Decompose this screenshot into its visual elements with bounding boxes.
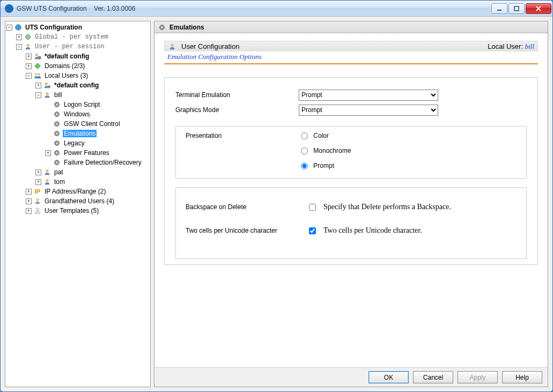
radio-monochrome[interactable]: Monochrome — [301, 147, 351, 154]
minimize-button[interactable] — [491, 3, 507, 14]
tree-node-label: GSW Client Control — [63, 120, 121, 128]
tree-failure-detection[interactable]: Failure Detection/Recovery — [45, 158, 149, 167]
globe-icon — [24, 33, 32, 41]
tree-user[interactable]: − User - per session — [16, 42, 149, 51]
tree-node-label: Global - per system — [34, 33, 109, 41]
expander-icon[interactable]: + — [26, 63, 32, 69]
close-button[interactable] — [526, 3, 551, 14]
expander-icon[interactable]: + — [26, 208, 32, 214]
app-icon — [5, 4, 13, 13]
tree-panel[interactable]: − UTS Configuration + Global - per syste… — [5, 21, 151, 387]
svg-point-10 — [45, 83, 48, 85]
graphics-mode-label: Graphics Mode — [175, 106, 299, 114]
tree-node-label: Local Users (3) — [43, 72, 89, 79]
tree-local-users[interactable]: − Local Users (3) — [26, 71, 149, 80]
svg-point-29 — [36, 198, 39, 201]
tree-user-templates[interactable]: +User Templates (5) — [26, 206, 149, 216]
maximize-button[interactable] — [508, 3, 525, 14]
tree-node-label: Power Features — [63, 149, 110, 157]
tree-user-tom[interactable]: +tom — [35, 177, 149, 187]
user-icon — [43, 168, 51, 176]
client-area: − UTS Configuration + Global - per syste… — [1, 17, 552, 391]
tree-node-label: UTS Configuration — [24, 24, 83, 31]
help-button[interactable]: Help — [502, 371, 542, 383]
domain-icon — [33, 62, 42, 70]
radio-color[interactable]: Color — [301, 132, 351, 139]
gear-icon — [53, 158, 61, 167]
expander-icon[interactable]: + — [35, 83, 41, 88]
tree-default-config-2[interactable]: + *default config — [35, 80, 149, 90]
tree-power-features[interactable]: +Power Features — [45, 148, 149, 158]
panel-title: Emulations — [169, 24, 204, 31]
gear-icon — [158, 23, 166, 32]
terminal-emulation-label: Terminal Emulation — [175, 91, 299, 99]
tree-root[interactable]: − UTS Configuration — [6, 23, 149, 32]
tree-node-label: Logon Script — [63, 101, 101, 108]
tree-logon-script[interactable]: Logon Script — [45, 100, 149, 109]
expander-icon[interactable]: − — [16, 44, 22, 50]
twocell-checkbox[interactable] — [309, 227, 316, 234]
cancel-button[interactable]: Cancel — [413, 371, 453, 383]
expander-icon[interactable]: + — [45, 150, 51, 156]
tree-ip-range[interactable]: +IPIP Address/Range (2) — [26, 187, 149, 196]
tree-node-label: IP Address/Range (2) — [43, 188, 107, 195]
ok-button[interactable]: OK — [368, 371, 409, 383]
tree-legacy[interactable]: Legacy — [45, 138, 149, 148]
svg-point-30 — [36, 208, 39, 211]
svg-point-28 — [46, 179, 48, 182]
svg-marker-7 — [35, 63, 41, 69]
user-gear-icon — [33, 52, 42, 61]
globe-icon — [14, 23, 23, 32]
user-config-bar: User Configuration Local User: bill — [164, 41, 538, 51]
expander-icon[interactable]: − — [6, 25, 12, 31]
tree-domains[interactable]: + Domains (2/3) — [26, 61, 149, 71]
expander-icon[interactable]: − — [26, 73, 32, 79]
tree-global[interactable]: + Global - per system — [16, 32, 149, 42]
tree-emulations[interactable]: Emulations — [45, 129, 149, 138]
svg-point-26 — [56, 161, 58, 164]
presentation-group: Presentation Color Monochrome Prompt — [175, 126, 527, 179]
radio-prompt[interactable]: Prompt — [301, 162, 351, 169]
panel-subtitle: Emulation Configuration Options — [164, 51, 538, 64]
svg-point-20 — [56, 132, 58, 135]
expander-icon[interactable]: + — [35, 179, 41, 185]
tree-node-label: Grandfathered Users (4) — [43, 197, 115, 205]
user-icon — [43, 177, 51, 186]
expander-icon[interactable]: + — [26, 198, 32, 204]
expander-icon[interactable]: + — [16, 34, 22, 40]
apply-button[interactable]: Apply — [458, 371, 498, 383]
tree-node-label: User Templates (5) — [43, 207, 100, 215]
tree-gsw-client[interactable]: GSW Client Control — [45, 119, 149, 129]
svg-point-14 — [56, 103, 58, 106]
terminal-emulation-select[interactable]: Prompt — [299, 90, 438, 101]
tree-windows[interactable]: Windows — [45, 109, 149, 119]
backspace-desc: Specify that Delete performs a Backspace… — [323, 203, 451, 211]
svg-point-4 — [26, 44, 29, 47]
twocell-label: Two cells per Unicode character — [186, 227, 309, 234]
expander-icon[interactable]: + — [26, 189, 32, 195]
panel-header: Emulations — [154, 21, 548, 33]
expander-icon[interactable]: − — [35, 92, 41, 98]
tree-user-bill[interactable]: − bill — [35, 90, 149, 100]
tree-grandfathered[interactable]: +Grandfathered Users (4) — [26, 196, 149, 206]
main-panel: Emulations User Configuration Local User… — [154, 21, 548, 387]
button-bar: OK Cancel Apply Help — [154, 367, 548, 387]
graphics-mode-select[interactable]: Prompt — [299, 105, 438, 116]
svg-point-8 — [35, 73, 37, 75]
options-group: Backspace on Delete Specify that Delete … — [175, 187, 527, 259]
svg-point-11 — [48, 85, 50, 88]
tree-default-config[interactable]: + *default config — [26, 51, 149, 61]
gear-icon — [53, 100, 61, 109]
tree-node-label: Windows — [63, 110, 91, 118]
backspace-checkbox[interactable] — [309, 204, 316, 211]
tree-user-pat[interactable]: +pat — [35, 167, 149, 177]
user-template-icon — [33, 206, 42, 215]
expander-icon[interactable]: + — [26, 54, 32, 60]
titlebar[interactable]: GSW UTS Configuration Ver. 1.03.0006 — [1, 1, 552, 17]
expander-icon[interactable]: + — [35, 169, 41, 175]
tree-node-label: tom — [53, 178, 66, 186]
svg-point-5 — [35, 54, 38, 56]
window-title: GSW UTS Configuration Ver. 1.03.0006 — [17, 5, 491, 12]
svg-point-18 — [56, 123, 58, 125]
user-config-label: User Configuration — [181, 42, 239, 50]
